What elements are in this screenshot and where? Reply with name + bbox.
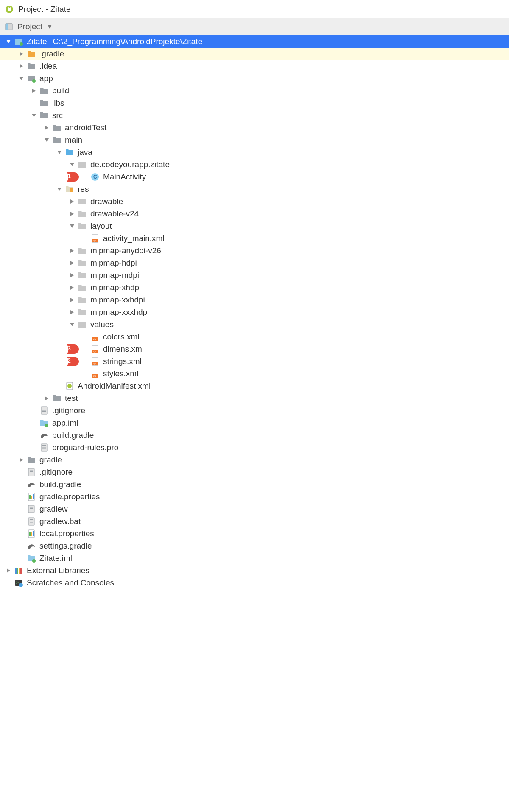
tree-label: app xyxy=(39,74,53,83)
module-icon xyxy=(27,74,36,83)
tree-item-dimens-xml[interactable]: 3 dimens.xml xyxy=(0,343,509,355)
tree-item-layout[interactable]: layout xyxy=(0,220,509,232)
tree-item-gradle-cache[interactable]: .gradle xyxy=(0,48,509,60)
tree-label: drawable xyxy=(90,197,123,206)
tree-item-java[interactable]: java xyxy=(0,146,509,158)
tree-item-proguard[interactable]: proguard-rules.pro xyxy=(0,441,509,454)
tree-item-styles-xml[interactable]: styles.xml xyxy=(0,367,509,380)
tree-item-gradlew[interactable]: gradlew xyxy=(0,503,509,515)
expand-icon[interactable] xyxy=(68,210,76,218)
expand-icon[interactable] xyxy=(5,38,12,45)
expand-icon[interactable] xyxy=(56,148,63,156)
tree-label: AndroidManifest.xml xyxy=(78,381,151,391)
gradle-icon xyxy=(27,541,36,551)
folder-icon xyxy=(78,197,87,206)
view-selector[interactable]: Project xyxy=(17,22,42,31)
tree-item-drawable[interactable]: drawable xyxy=(0,195,509,207)
expand-icon[interactable] xyxy=(68,308,76,316)
iml-icon xyxy=(39,418,49,428)
tree-item-local-properties[interactable]: local.properties xyxy=(0,527,509,540)
expand-icon[interactable] xyxy=(68,161,76,168)
tree-item-src[interactable]: src xyxy=(0,109,509,121)
tree-item-gradlew-bat[interactable]: gradlew.bat xyxy=(0,515,509,527)
tree-item-mipmap-xxhdpi[interactable]: mipmap-xxhdpi xyxy=(0,294,509,306)
tree-item-gradle-properties[interactable]: gradle.properties xyxy=(0,490,509,503)
tree-item-main[interactable]: main xyxy=(0,134,509,146)
tree-label: strings.xml xyxy=(103,357,142,366)
gradle-icon xyxy=(27,480,36,489)
tree-label: libs xyxy=(52,98,64,108)
expand-icon[interactable] xyxy=(5,567,12,574)
tree-item-build[interactable]: build xyxy=(0,84,509,97)
tree-item-mipmap-anydpi[interactable]: mipmap-anydpi-v26 xyxy=(0,244,509,257)
titlebar: Project - Zitate xyxy=(0,0,509,18)
expand-icon[interactable] xyxy=(56,185,63,193)
tree-item-build-gradle-app[interactable]: build.gradle xyxy=(0,429,509,441)
tree-item-mipmap-hdpi[interactable]: mipmap-hdpi xyxy=(0,257,509,269)
source-folder-icon xyxy=(65,148,74,157)
tree-label: build.gradle xyxy=(39,480,81,489)
expand-icon[interactable] xyxy=(68,222,76,230)
chevron-down-icon[interactable]: ▼ xyxy=(47,23,53,30)
tree-item-gitignore-app[interactable]: .gitignore xyxy=(0,404,509,417)
tree-item-mipmap-mdpi[interactable]: mipmap-mdpi xyxy=(0,269,509,281)
expand-icon[interactable] xyxy=(17,62,25,70)
folder-icon xyxy=(52,135,62,145)
tree-item-mipmap-xxxhdpi[interactable]: mipmap-xxxhdpi xyxy=(0,306,509,318)
tree-item-colors-xml[interactable]: colors.xml xyxy=(0,330,509,343)
module-folder-icon xyxy=(14,37,23,46)
expand-icon[interactable] xyxy=(17,50,25,58)
tree-label: .gradle xyxy=(39,49,64,59)
folder-icon xyxy=(78,246,87,255)
tree-item-gitignore-root[interactable]: .gitignore xyxy=(0,466,509,478)
tree-item-gradle-dir[interactable]: gradle xyxy=(0,454,509,466)
expand-icon[interactable] xyxy=(17,75,25,82)
folder-icon xyxy=(78,283,87,292)
tree-item-zitate-iml[interactable]: Zitate.iml xyxy=(0,552,509,564)
file-icon xyxy=(27,517,36,526)
tree-item-androidtest[interactable]: androidTest xyxy=(0,121,509,134)
tree-item-values[interactable]: values xyxy=(0,318,509,330)
expand-icon[interactable] xyxy=(68,296,76,304)
tree-item-activity-main[interactable]: activity_main.xml xyxy=(0,232,509,244)
expand-icon[interactable] xyxy=(43,124,50,132)
tree-item-mainactivity[interactable]: 1 MainActivity xyxy=(0,171,509,183)
tree-item-mipmap-xhdpi[interactable]: mipmap-xhdpi xyxy=(0,281,509,294)
tree-item-res[interactable]: res xyxy=(0,183,509,195)
tree-item-external-libraries[interactable]: External Libraries xyxy=(0,564,509,577)
file-icon xyxy=(39,443,49,452)
xml-file-icon xyxy=(90,234,100,243)
gradle-icon xyxy=(39,431,49,440)
expand-icon[interactable] xyxy=(68,259,76,267)
iml-icon xyxy=(27,554,36,563)
tree-item-scratches[interactable]: Scratches and Consoles xyxy=(0,577,509,589)
expand-icon[interactable] xyxy=(30,87,38,95)
expand-icon[interactable] xyxy=(43,395,50,402)
tree-item-app[interactable]: app xyxy=(0,72,509,84)
tree-item-settings-gradle[interactable]: settings.gradle xyxy=(0,540,509,552)
tree-item-drawable-v24[interactable]: drawable-v24 xyxy=(0,207,509,220)
expand-icon[interactable] xyxy=(17,456,25,464)
expand-icon[interactable] xyxy=(68,247,76,255)
tree-item-idea[interactable]: .idea xyxy=(0,60,509,72)
expand-icon[interactable] xyxy=(68,198,76,205)
tree-item-strings-xml[interactable]: 2 strings.xml xyxy=(0,355,509,367)
folder-icon xyxy=(78,308,87,317)
tree-item-build-gradle-root[interactable]: build.gradle xyxy=(0,478,509,490)
tree-item-manifest[interactable]: AndroidManifest.xml xyxy=(0,380,509,392)
expand-icon[interactable] xyxy=(43,136,50,144)
expand-icon[interactable] xyxy=(68,321,76,328)
properties-icon xyxy=(27,492,36,501)
expand-icon[interactable] xyxy=(68,272,76,279)
tree-root[interactable]: Zitate C:\2_Programming\AndroidProjekte\… xyxy=(0,35,509,48)
tree-item-app-iml[interactable]: app.iml xyxy=(0,417,509,429)
expand-icon[interactable] xyxy=(68,284,76,291)
tree-item-libs[interactable]: libs xyxy=(0,97,509,109)
xml-file-icon xyxy=(90,369,100,378)
tree-item-package[interactable]: de.codeyourapp.zitate xyxy=(0,158,509,171)
expand-icon[interactable] xyxy=(30,112,38,119)
android-studio-icon xyxy=(5,5,14,14)
tree-item-test[interactable]: test xyxy=(0,392,509,404)
project-tree[interactable]: Zitate C:\2_Programming\AndroidProjekte\… xyxy=(0,35,509,812)
tree-label: de.codeyourapp.zitate xyxy=(90,160,170,169)
